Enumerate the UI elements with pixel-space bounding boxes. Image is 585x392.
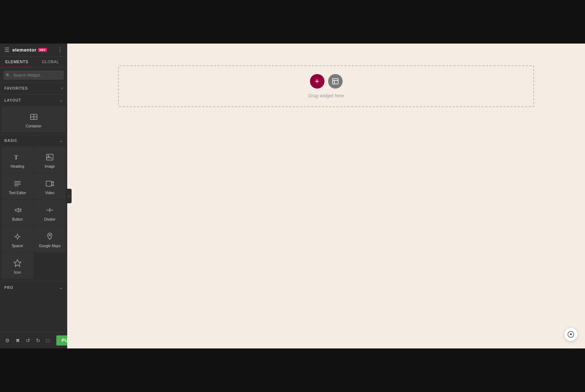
- svg-rect-21: [332, 79, 338, 84]
- navigator-button[interactable]: [564, 327, 578, 341]
- tab-global[interactable]: GLOBAL: [34, 57, 68, 68]
- drag-hint: Drag widget here: [308, 93, 344, 98]
- heading-icon: T: [12, 152, 23, 162]
- widget-video[interactable]: Video: [34, 173, 66, 199]
- svg-point-27: [570, 334, 571, 335]
- widget-google-maps[interactable]: Google Maps: [34, 226, 66, 252]
- sidebar-header-left: ☰ elementor DEV: [4, 46, 47, 53]
- editor-wrapper: ☰ elementor DEV ⋮ ELEMENTS GLOBAL FAVORI…: [0, 44, 585, 348]
- favorites-title: FAVORITES: [4, 86, 28, 90]
- pro-section-header[interactable]: PRO ⌄: [0, 283, 67, 292]
- basic-arrow-icon: ⌄: [59, 138, 63, 143]
- bottom-black-bar: [0, 348, 585, 392]
- navigator-icon: [567, 331, 574, 338]
- icon-icon: [12, 258, 23, 268]
- svg-text:T: T: [14, 154, 18, 160]
- basic-divider: [0, 135, 67, 135]
- widgets-area: FAVORITES › LAYOUT ⌄: [0, 83, 67, 332]
- responsive-icon[interactable]: □: [45, 336, 51, 345]
- layout-section-header[interactable]: LAYOUT ⌄: [0, 95, 67, 105]
- search-box: [0, 68, 67, 83]
- maps-label: Google Maps: [39, 244, 60, 248]
- elementor-logo-text: elementor: [12, 47, 37, 53]
- widget-divider[interactable]: Divider: [34, 200, 66, 226]
- svg-point-19: [49, 234, 51, 236]
- theme-icon[interactable]: ✖: [14, 336, 21, 345]
- library-button[interactable]: [328, 74, 343, 89]
- video-label: Video: [45, 191, 54, 195]
- text-editor-icon: [12, 179, 23, 189]
- widget-icon[interactable]: Icon: [1, 253, 33, 279]
- tab-elements[interactable]: ELEMENTS: [0, 57, 34, 68]
- svg-marker-13: [49, 211, 51, 212]
- redo-icon[interactable]: ↻: [35, 336, 42, 345]
- sidebar-header: ☰ elementor DEV ⋮: [0, 44, 67, 57]
- pro-arrow-icon: ⌄: [59, 285, 63, 290]
- widget-container[interactable]: Container: [1, 106, 66, 132]
- search-input[interactable]: [4, 71, 64, 79]
- svg-point-14: [16, 235, 19, 238]
- top-black-bar: [0, 0, 585, 44]
- container-label: Container: [26, 124, 41, 128]
- layout-widget-grid: Container: [0, 105, 67, 134]
- button-icon: [12, 205, 23, 215]
- widget-button[interactable]: Button: [1, 200, 33, 226]
- heading-label: Heading: [11, 164, 24, 169]
- settings-icon[interactable]: ⚙: [4, 336, 11, 345]
- basic-section-header[interactable]: BASIC ⌄: [0, 136, 67, 145]
- divider-icon: [45, 205, 55, 215]
- search-wrap: [4, 71, 64, 79]
- text-editor-label: Text Editor: [9, 191, 26, 195]
- svg-marker-12: [49, 208, 51, 209]
- favorites-arrow-icon: ›: [61, 86, 63, 91]
- container-icon: [29, 112, 39, 122]
- basic-title: BASIC: [4, 139, 17, 143]
- image-icon: [45, 152, 55, 162]
- bottom-toolbar: ⚙ ✖ ↺ ↻ □ PUBLISH ⌄: [0, 332, 67, 348]
- icon-label: Icon: [14, 270, 21, 275]
- grid-icon[interactable]: ⋮: [57, 46, 63, 53]
- widget-text-editor[interactable]: Text Editor: [1, 173, 33, 199]
- widget-image[interactable]: Image: [34, 147, 66, 173]
- container-svg: [29, 113, 38, 121]
- divider-label: Divider: [44, 217, 55, 222]
- button-label: Button: [12, 217, 23, 222]
- elementor-logo: elementor DEV: [12, 47, 47, 53]
- svg-point-5: [48, 156, 49, 157]
- drop-zone: + Drag widget here: [118, 65, 534, 107]
- sidebar-tabs: ELEMENTS GLOBAL: [0, 57, 67, 68]
- canvas: + Drag widget here: [67, 44, 585, 348]
- svg-rect-10: [46, 181, 52, 186]
- svg-marker-20: [14, 260, 21, 266]
- maps-icon: [45, 232, 55, 242]
- widget-spacer[interactable]: Spacer: [1, 226, 33, 252]
- favorites-section-header[interactable]: FAVORITES ›: [0, 83, 67, 94]
- video-icon: [45, 179, 55, 189]
- pro-divider: [0, 281, 67, 281]
- sidebar: ☰ elementor DEV ⋮ ELEMENTS GLOBAL FAVORI…: [0, 44, 67, 348]
- layout-arrow-icon: ⌄: [59, 98, 63, 103]
- layout-divider: [0, 94, 67, 95]
- widget-heading[interactable]: T Heading: [1, 147, 33, 173]
- add-widget-button[interactable]: +: [310, 74, 324, 89]
- layout-title: LAYOUT: [4, 98, 21, 102]
- spacer-icon: [12, 232, 23, 242]
- pro-title: PRO: [4, 286, 13, 290]
- basic-widget-grid: T Heading Image: [0, 145, 67, 280]
- dev-badge: DEV: [38, 48, 47, 52]
- spacer-label: Spacer: [12, 244, 23, 248]
- menu-icon[interactable]: ☰: [4, 46, 9, 53]
- sidebar-collapse-handle[interactable]: ‹: [66, 189, 72, 203]
- drop-zone-buttons: +: [310, 74, 343, 89]
- library-icon: [332, 78, 339, 85]
- undo-icon[interactable]: ↺: [24, 336, 32, 345]
- image-label: Image: [45, 164, 55, 169]
